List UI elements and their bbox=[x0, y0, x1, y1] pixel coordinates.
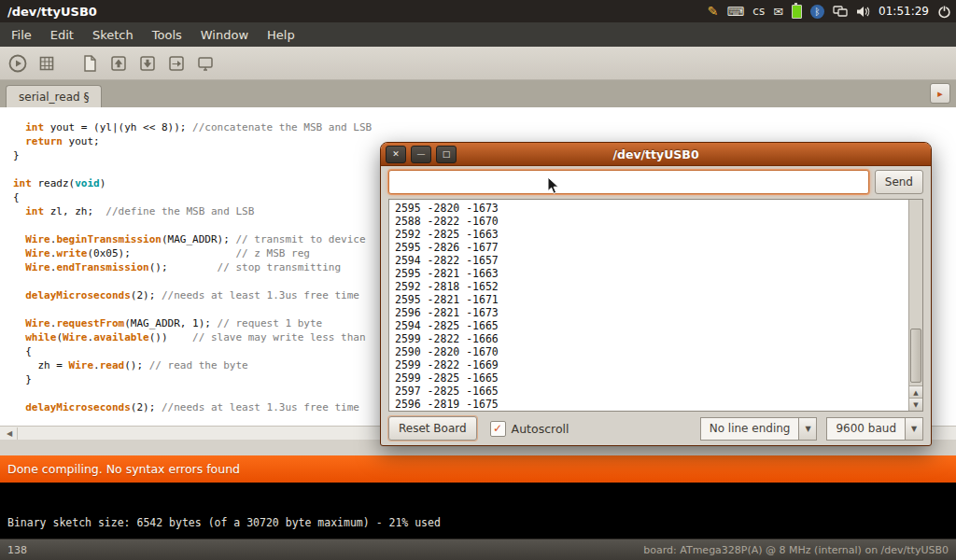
serial-output-line: 2592 -2818 -1652 bbox=[395, 280, 906, 293]
toolbar bbox=[0, 47, 956, 80]
console-output: Binary sketch size: 6542 bytes (of a 307… bbox=[0, 483, 956, 539]
serial-output-line: 2590 -2820 -1670 bbox=[395, 345, 906, 358]
system-tray: ✎ ⌨ cs ✉ ᛒ 01:51:29 bbox=[708, 5, 951, 19]
save-button[interactable] bbox=[135, 51, 160, 76]
serial-send-input[interactable] bbox=[388, 170, 869, 194]
serial-output-line: 2596 -2821 -1673 bbox=[395, 306, 906, 319]
serial-output-line: 2595 -2826 -1677 bbox=[395, 241, 906, 254]
keyboard-icon[interactable]: ⌨ bbox=[727, 6, 745, 18]
panel-window-title: /dev/ttyUSB0 bbox=[7, 5, 97, 19]
serial-output-text: 2595 -2820 -16732588 -2822 -16702592 -28… bbox=[395, 202, 906, 411]
chevron-down-icon[interactable]: ▼ bbox=[798, 417, 817, 441]
note-edit-icon[interactable]: ✎ bbox=[708, 5, 719, 18]
board-info: board: ATmega328P(A) @ 8 MHz (internal) … bbox=[643, 544, 949, 556]
scrollbar-thumb[interactable] bbox=[910, 329, 921, 383]
serial-output-line: 2596 -2819 -1675 bbox=[395, 398, 906, 411]
open-button[interactable] bbox=[106, 51, 131, 76]
serial-output-line: 2592 -2825 -1663 bbox=[395, 228, 906, 241]
serial-output-scrollbar[interactable]: ▲ ▼ bbox=[908, 200, 922, 411]
baud-rate-select[interactable]: 9600 baud ▼ bbox=[826, 417, 923, 441]
serial-monitor-controls: Reset Board ✓ Autoscroll No line ending … bbox=[388, 416, 923, 441]
serial-output-line: 2588 -2822 -1670 bbox=[395, 215, 906, 228]
send-button[interactable]: Send bbox=[875, 170, 923, 194]
close-icon: ✕ bbox=[392, 150, 400, 159]
top-panel: /dev/ttyUSB0 ✎ ⌨ cs ✉ ᛒ 01:51:29 bbox=[0, 0, 956, 22]
code-line: int yout = (yl|(yh << 8)); //concatenate… bbox=[13, 120, 956, 134]
serial-output-line: 2594 -2825 -1665 bbox=[395, 319, 906, 332]
minimize-button[interactable]: — bbox=[411, 146, 431, 163]
save-down-arrow-icon bbox=[137, 53, 158, 74]
baud-rate-value: 9600 baud bbox=[826, 417, 905, 441]
battery-icon[interactable] bbox=[792, 5, 802, 19]
menu-bar: File Edit Sketch Tools Window Help bbox=[0, 22, 956, 47]
tab-menu-button[interactable]: ▸ bbox=[930, 83, 950, 104]
stop-button[interactable] bbox=[35, 51, 59, 76]
stop-grid-icon bbox=[36, 53, 57, 74]
chevron-down-icon[interactable]: ▼ bbox=[905, 417, 923, 441]
serial-output-line: 2599 -2822 -1666 bbox=[395, 332, 906, 345]
serial-output-line: 2599 -2825 -1665 bbox=[395, 371, 906, 385]
reset-board-label: Reset Board bbox=[399, 422, 467, 435]
close-button[interactable]: ✕ bbox=[386, 146, 406, 163]
menu-window[interactable]: Window bbox=[191, 28, 258, 42]
minimize-icon: — bbox=[417, 150, 426, 159]
serial-monitor-button[interactable] bbox=[193, 51, 218, 76]
serial-output-line: 2595 -2821 -1663 bbox=[395, 267, 906, 280]
serial-output-line: 2597 -2825 -1665 bbox=[395, 385, 906, 398]
open-up-arrow-icon bbox=[108, 53, 129, 74]
line-ending-value: No line ending bbox=[700, 417, 799, 441]
scroll-left-arrow-icon[interactable]: ◀ bbox=[2, 427, 18, 440]
tab-bar: serial_read § ▸ bbox=[0, 80, 956, 107]
upload-button[interactable] bbox=[164, 51, 189, 76]
verify-icon bbox=[7, 53, 28, 74]
maximize-icon: □ bbox=[443, 150, 451, 159]
tab-serial-read[interactable]: serial_read § bbox=[6, 85, 102, 107]
new-sketch-button[interactable] bbox=[77, 51, 102, 76]
verify-button[interactable] bbox=[6, 51, 30, 76]
power-icon[interactable] bbox=[937, 5, 951, 19]
autoscroll-control[interactable]: ✓ Autoscroll bbox=[490, 421, 569, 437]
serial-output-line: 2599 -2822 -1669 bbox=[395, 358, 906, 371]
line-ending-select[interactable]: No line ending ▼ bbox=[700, 417, 818, 441]
tab-label: serial_read § bbox=[19, 91, 89, 104]
checkmark-icon: ✓ bbox=[493, 423, 502, 434]
footer-status-strip: 138 board: ATmega328P(A) @ 8 MHz (intern… bbox=[0, 539, 956, 560]
clock[interactable]: 01:51:29 bbox=[879, 5, 929, 18]
console-text: Binary sketch size: 6542 bytes (of a 307… bbox=[7, 516, 441, 529]
scroll-down-arrow-icon[interactable]: ▼ bbox=[909, 398, 922, 411]
serial-input-row: Send bbox=[388, 170, 923, 194]
compile-status-bar: Done compiling. No syntax errors found bbox=[0, 455, 956, 483]
volume-icon[interactable] bbox=[856, 6, 870, 18]
autoscroll-label: Autoscroll bbox=[512, 422, 569, 436]
serial-monitor-titlebar[interactable]: ✕ — □ /dev/ttyUSB0 bbox=[381, 143, 931, 166]
autoscroll-checkbox[interactable]: ✓ bbox=[490, 421, 506, 437]
upload-arrow-icon bbox=[166, 53, 187, 74]
serial-output-line: 2595 -2820 -1673 bbox=[395, 202, 906, 215]
compile-status-message: Done compiling. No syntax errors found bbox=[7, 462, 240, 476]
serial-output-line: 2594 -2822 -1657 bbox=[395, 254, 906, 267]
new-document-icon bbox=[79, 53, 100, 74]
menu-tools[interactable]: Tools bbox=[143, 28, 191, 42]
mouse-cursor bbox=[547, 176, 560, 195]
mail-icon[interactable]: ✉ bbox=[773, 6, 783, 18]
menu-sketch[interactable]: Sketch bbox=[83, 28, 143, 42]
reset-board-button[interactable]: Reset Board bbox=[388, 416, 477, 441]
menu-help[interactable]: Help bbox=[258, 28, 304, 42]
serial-monitor-icon bbox=[195, 53, 216, 74]
network-icon[interactable] bbox=[833, 6, 848, 17]
serial-monitor-title: /dev/ttyUSB0 bbox=[612, 147, 698, 161]
maximize-button[interactable]: □ bbox=[436, 146, 457, 163]
caret-line-number: 138 bbox=[7, 544, 27, 556]
tab-menu-arrow-icon: ▸ bbox=[937, 88, 943, 100]
serial-monitor-window: ✕ — □ /dev/ttyUSB0 Send 2595 -2820 -1673… bbox=[380, 142, 932, 446]
scroll-up-arrow-icon[interactable]: ▲ bbox=[909, 385, 922, 399]
send-button-label: Send bbox=[885, 175, 913, 189]
serial-output-area[interactable]: 2595 -2820 -16732588 -2822 -16702592 -28… bbox=[388, 199, 923, 412]
serial-output-line: 2595 -2821 -1671 bbox=[395, 293, 906, 306]
menu-edit[interactable]: Edit bbox=[41, 28, 83, 42]
menu-file[interactable]: File bbox=[2, 28, 41, 42]
bluetooth-icon[interactable]: ᛒ bbox=[810, 5, 824, 19]
window-buttons: ✕ — □ bbox=[386, 146, 457, 163]
keyboard-layout-indicator[interactable]: cs bbox=[752, 5, 765, 18]
